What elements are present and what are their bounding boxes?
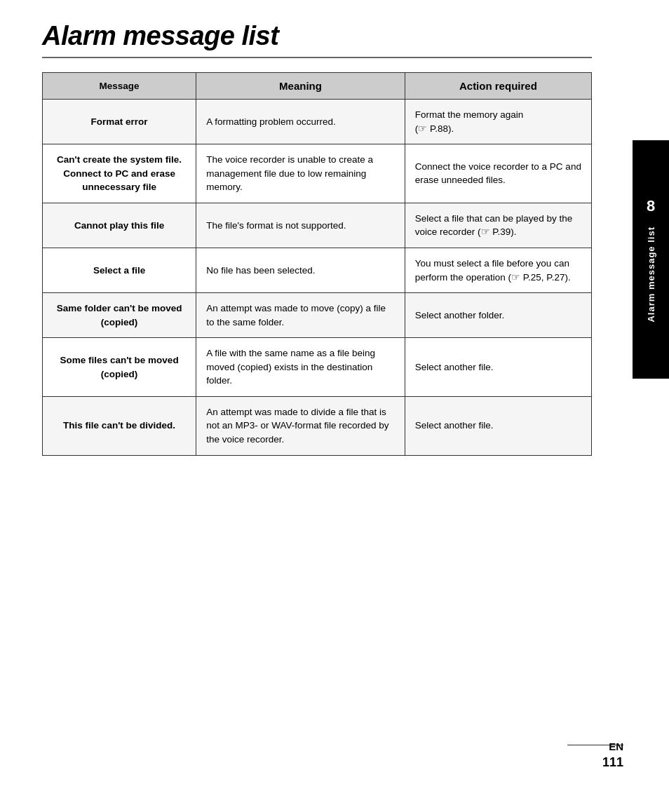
page-number: 111 [602,755,623,770]
cell-action: Select another folder. [405,293,591,338]
header-meaning: Meaning [196,73,405,100]
sidebar-tab-content: 8 Alarm message list [633,140,669,379]
cell-meaning: The file's format is not supported. [196,203,405,248]
cell-meaning: An attempt was made to divide a file tha… [196,396,405,455]
cell-action: Connect the voice recorder to a PC and e… [405,144,591,203]
cell-meaning: A formatting problem occurred. [196,100,405,144]
cell-message: Same folder can't be moved(copied) [43,293,196,338]
table-header-row: Message Meaning Action required [43,73,592,100]
header-message: Message [43,73,196,100]
cell-action: Format the memory again(☞ P.88). [405,100,591,144]
cell-message: This file can't be divided. [43,396,196,455]
table-row: Format errorA formatting problem occurre… [43,100,592,144]
cell-meaning: An attempt was made to move (copy) a fil… [196,293,405,338]
table-row: Cannot play this fileThe file's format i… [43,203,592,248]
page-container: Alarm message list Message Meaning Actio… [0,0,669,812]
page-title: Alarm message list [42,21,592,51]
sidebar-tab: 8 Alarm message list [633,140,669,379]
cell-action: You must select a file before you can pe… [405,248,591,292]
sidebar-number: 8 [647,197,655,215]
table-row: Can't create the system file.Connect to … [43,144,592,203]
alarm-message-table: Message Meaning Action required Format e… [42,72,592,456]
bottom-right: EN 111 [602,740,623,770]
table-row: Same folder can't be moved(copied)An att… [43,293,592,338]
cell-action: Select another file. [405,338,591,397]
main-content: Alarm message list Message Meaning Actio… [0,0,627,477]
cell-meaning: The voice recorder is unable to create a… [196,144,405,203]
cell-message: Select a file [43,248,196,292]
title-underline [42,57,592,58]
cell-message: Some files can't be moved(copied) [43,338,196,397]
cell-message: Cannot play this file [43,203,196,248]
table-row: Select a fileNo file has been selected.Y… [43,248,592,292]
cell-action: Select another file. [405,396,591,455]
header-action: Action required [405,73,591,100]
cell-meaning: A file with the same name as a file bein… [196,338,405,397]
cell-meaning: No file has been selected. [196,248,405,292]
sidebar-text: Alarm message list [646,226,656,323]
table-row: This file can't be divided.An attempt wa… [43,396,592,455]
cell-message: Format error [43,100,196,144]
table-row: Some files can't be moved(copied)A file … [43,338,592,397]
lang-label: EN [602,740,623,752]
cell-message: Can't create the system file.Connect to … [43,144,196,203]
cell-action: Select a file that can be played by the … [405,203,591,248]
